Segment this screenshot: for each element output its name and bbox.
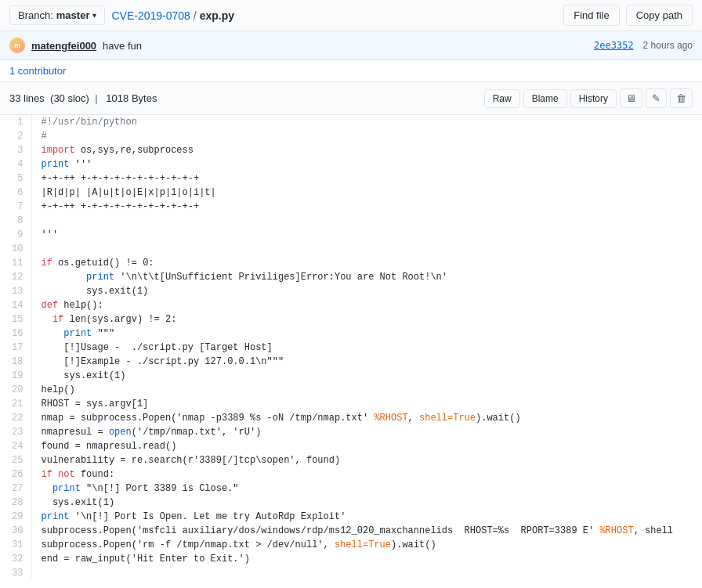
line-number: 8 xyxy=(0,214,31,228)
delete-icon-button[interactable]: 🗑 xyxy=(670,88,693,108)
table-row: 29print '\n[!] Port Is Open. Let me try … xyxy=(0,510,702,524)
code-container: 1#!/usr/bin/python2#3import os,sys,re,su… xyxy=(0,115,702,580)
line-number: 20 xyxy=(0,383,31,397)
line-code: #!/usr/bin/python xyxy=(31,115,702,129)
line-number: 22 xyxy=(0,411,31,425)
table-row: 1#!/usr/bin/python xyxy=(0,115,702,129)
line-number: 2 xyxy=(0,129,31,143)
line-code: subprocess.Popen('rm -f /tmp/nmap.txt > … xyxy=(31,538,702,552)
table-row: 21RHOST = sys.argv[1] xyxy=(0,397,702,411)
contributors-link[interactable]: 1 contributor xyxy=(9,65,66,77)
branch-selector[interactable]: Branch: master ▾ xyxy=(9,5,105,25)
line-code: help() xyxy=(31,383,702,397)
commit-bar: m matengfei000 have fun 2ee3352 2 hours … xyxy=(0,31,702,60)
line-code: vulnerability = re.search(r'3389[/]tcp\s… xyxy=(31,453,702,467)
breadcrumb-repo-link[interactable]: CVE-2019-0708 xyxy=(111,9,190,22)
commit-message: have fun xyxy=(103,40,142,52)
line-number: 21 xyxy=(0,397,31,411)
breadcrumb-separator: / xyxy=(194,9,197,22)
line-number: 12 xyxy=(0,270,31,284)
line-number: 15 xyxy=(0,312,31,326)
line-number: 10 xyxy=(0,242,31,256)
line-number: 16 xyxy=(0,326,31,341)
line-number: 33 xyxy=(0,566,31,580)
line-number: 27 xyxy=(0,482,31,496)
table-row: 9''' xyxy=(0,228,702,242)
table-row: 14def help(): xyxy=(0,298,702,312)
top-bar-right: Find file Copy path xyxy=(563,5,693,26)
line-code: print "\n[!] Port 3389 is Close." xyxy=(31,482,702,496)
line-number: 26 xyxy=(0,467,31,482)
line-code: subprocess.Popen('msfcli auxiliary/dos/w… xyxy=(31,524,702,538)
code-table: 1#!/usr/bin/python2#3import os,sys,re,su… xyxy=(0,115,702,580)
edit-icon-button[interactable]: ✎ xyxy=(646,88,667,108)
desktop-icon-button[interactable]: 🖥 xyxy=(620,88,642,108)
table-row: 22nmap = subprocess.Popen('nmap -p3389 %… xyxy=(0,411,702,425)
line-number: 7 xyxy=(0,200,31,214)
table-row: 15 if len(sys.argv) != 2: xyxy=(0,312,702,326)
line-number: 29 xyxy=(0,510,31,524)
table-row: 19 sys.exit(1) xyxy=(0,369,702,383)
line-code: sys.exit(1) xyxy=(31,284,702,298)
file-lines: 33 lines xyxy=(9,92,45,104)
commit-author-link[interactable]: matengfei000 xyxy=(31,40,96,52)
file-size: 1018 Bytes xyxy=(106,92,157,104)
contributors-count: 1 xyxy=(9,65,15,77)
line-number: 18 xyxy=(0,355,31,369)
line-code: def help(): xyxy=(31,298,702,312)
find-file-button[interactable]: Find file xyxy=(563,5,620,26)
line-code: nmapresul = open('/tmp/nmap.txt', 'rU') xyxy=(31,425,702,439)
table-row: 7+-+-++ +-+-+-+-+-+-+-+-+-+-+ xyxy=(0,200,702,214)
line-code: RHOST = sys.argv[1] xyxy=(31,397,702,411)
line-code xyxy=(31,242,702,256)
table-row: 33 xyxy=(0,566,702,580)
contributors-label: contributor xyxy=(18,65,66,77)
line-code: if not found: xyxy=(31,467,702,482)
table-row: 12 print '\n\t\t[UnSufficient Priviliges… xyxy=(0,270,702,284)
table-row: 4print ''' xyxy=(0,157,702,171)
line-number: 28 xyxy=(0,496,31,510)
copy-path-button[interactable]: Copy path xyxy=(626,5,693,26)
table-row: 23nmapresul = open('/tmp/nmap.txt', 'rU'… xyxy=(0,425,702,439)
line-code xyxy=(31,214,702,228)
branch-name: master xyxy=(56,9,90,21)
line-number: 17 xyxy=(0,341,31,355)
line-code: nmap = subprocess.Popen('nmap -p3389 %s … xyxy=(31,411,702,425)
line-code: sys.exit(1) xyxy=(31,496,702,510)
table-row: 32end = raw_input('Hit Enter to Exit.') xyxy=(0,552,702,566)
table-row: 6|R|d|p| |A|u|t|o|E|x|p|1|o|i|t| xyxy=(0,186,702,200)
file-sloc: (30 sloc) xyxy=(50,92,89,104)
line-number: 5 xyxy=(0,171,31,186)
branch-label: Branch: xyxy=(18,9,53,21)
commit-hash-link[interactable]: 2ee3352 xyxy=(594,40,634,51)
line-number: 19 xyxy=(0,369,31,383)
line-number: 30 xyxy=(0,524,31,538)
line-number: 13 xyxy=(0,284,31,298)
line-code: print ''' xyxy=(31,157,702,171)
table-row: 2# xyxy=(0,129,702,143)
table-row: 27 print "\n[!] Port 3389 is Close." xyxy=(0,482,702,496)
table-row: 24found = nmapresul.read() xyxy=(0,439,702,453)
history-button[interactable]: History xyxy=(570,89,617,108)
line-number: 6 xyxy=(0,186,31,200)
table-row: 26if not found: xyxy=(0,467,702,482)
line-code: +-+-++ +-+-+-+-+-+-+-+-+-+-+ xyxy=(31,200,702,214)
line-number: 25 xyxy=(0,453,31,467)
line-code: import os,sys,re,subprocess xyxy=(31,143,702,157)
breadcrumb-file: exp.py xyxy=(200,9,234,22)
table-row: 5+-+-++ +-+-+-+-+-+-+-+-+-+-+ xyxy=(0,171,702,186)
top-bar: Branch: master ▾ CVE-2019-0708 / exp.py … xyxy=(0,0,702,31)
blame-button[interactable]: Blame xyxy=(523,89,567,108)
line-code: ''' xyxy=(31,228,702,242)
line-number: 3 xyxy=(0,143,31,157)
table-row: 8 xyxy=(0,214,702,228)
table-row: 16 print """ xyxy=(0,326,702,341)
raw-button[interactable]: Raw xyxy=(484,89,520,108)
file-info-bar: 33 lines (30 sloc) | 1018 Bytes Raw Blam… xyxy=(0,82,702,115)
line-number: 24 xyxy=(0,439,31,453)
line-code: found = nmapresul.read() xyxy=(31,439,702,453)
line-number: 23 xyxy=(0,425,31,439)
file-meta: 33 lines (30 sloc) | 1018 Bytes xyxy=(9,92,157,104)
table-row: 10 xyxy=(0,242,702,256)
line-code: end = raw_input('Hit Enter to Exit.') xyxy=(31,552,702,566)
